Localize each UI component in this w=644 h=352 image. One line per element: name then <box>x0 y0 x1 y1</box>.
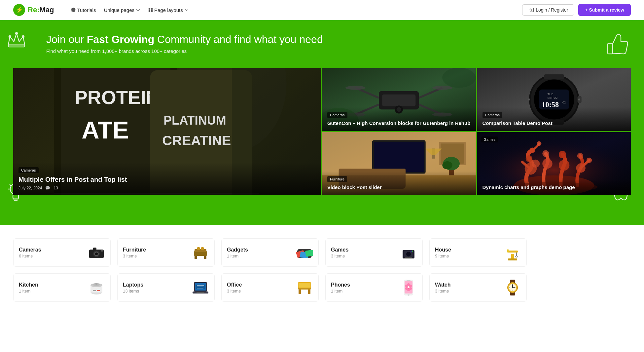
svg-text:PLATINUM: PLATINUM <box>163 113 226 127</box>
gear-icon <box>71 8 76 12</box>
logo-icon: ⚡ <box>13 4 25 16</box>
post-furniture-overlay: Furniture Video block Post slider <box>322 171 476 195</box>
hero-heading: Join our Fast Growing Community and find… <box>46 33 598 46</box>
nav-tutorials[interactable]: Tutorials <box>71 7 96 13</box>
svg-rect-36 <box>382 95 415 106</box>
submit-review-button[interactable]: + Submit a review <box>578 4 631 16</box>
svg-rect-116 <box>305 250 313 257</box>
svg-rect-1 <box>151 8 153 10</box>
logo[interactable]: ⚡ Re:Mag <box>13 4 54 16</box>
svg-point-123 <box>411 251 412 252</box>
nav-unique-pages[interactable]: Unique pages <box>104 7 140 13</box>
svg-rect-8 <box>608 43 613 54</box>
svg-point-159 <box>409 287 412 290</box>
svg-rect-143 <box>197 285 204 286</box>
cat-house[interactable]: House 9 items <box>429 238 527 267</box>
cat-kitchen-icon <box>88 279 105 296</box>
post-main-title: Multiple Offers in Post and Top list <box>18 175 315 184</box>
thumbs-up-icon <box>604 30 631 62</box>
cat-house-count: 9 items <box>435 254 451 258</box>
post-main-meta: July 22, 2024 💬 13 <box>18 186 315 190</box>
svg-rect-2 <box>149 10 150 12</box>
svg-point-170 <box>512 284 513 285</box>
post-drone-overlay: Cameras GutenCon – High Conversion block… <box>322 107 476 131</box>
svg-rect-162 <box>407 280 411 281</box>
logo-mag: Mag <box>39 6 54 14</box>
cat-games[interactable]: Games 3 items <box>325 238 423 267</box>
login-label: Login / Register <box>536 7 568 13</box>
hero-divider <box>46 60 99 61</box>
post-watch[interactable]: TUE SEP 22 10:58 02 Cameras Comparison <box>477 68 631 131</box>
cat-watch-count: 3 items <box>435 289 450 293</box>
nav-page-layouts[interactable]: Page layouts <box>148 7 189 13</box>
post-main-date: July 22, 2024 <box>18 186 42 190</box>
svg-rect-141 <box>197 292 204 293</box>
svg-rect-136 <box>93 290 96 291</box>
post-main-category: Cameras <box>18 167 39 173</box>
svg-point-158 <box>405 287 408 290</box>
svg-point-156 <box>405 285 408 287</box>
svg-text:02: 02 <box>562 101 566 104</box>
cat-gadgets[interactable]: Gadgets 1 item <box>221 238 319 267</box>
cat-office[interactable]: Office 3 items <box>221 273 319 302</box>
hero-section: Join our Fast Growing Community and find… <box>0 20 644 225</box>
svg-rect-101 <box>194 251 207 256</box>
svg-rect-100 <box>101 250 103 252</box>
svg-point-93 <box>586 158 591 163</box>
svg-text:SEP 22: SEP 22 <box>547 96 557 99</box>
svg-point-48 <box>442 68 476 88</box>
chevron-down-icon <box>136 8 140 12</box>
svg-rect-63 <box>544 74 564 79</box>
cat-laptops-count: 13 items <box>123 289 143 293</box>
post-watch-title: Comparison Table Demo Post <box>483 120 626 127</box>
cat-kitchen[interactable]: Kitchen 1 item <box>13 273 111 302</box>
hero-text: Join our Fast Growing Community and find… <box>13 33 631 54</box>
svg-rect-130 <box>508 258 517 260</box>
cat-phones-info: Phones 1 item <box>331 282 350 293</box>
cat-phones[interactable]: Phones 1 item <box>325 273 423 302</box>
cat-games-info: Games 3 items <box>331 247 348 258</box>
svg-rect-102 <box>195 249 206 252</box>
svg-point-172 <box>509 287 510 288</box>
nav-tutorials-label: Tutorials <box>77 7 96 13</box>
cat-watch[interactable]: Watch 3 items <box>429 273 527 302</box>
svg-rect-147 <box>299 290 301 294</box>
cat-laptops[interactable]: Laptops 13 items <box>117 273 215 302</box>
submit-label: + Submit a review <box>585 7 624 13</box>
svg-point-91 <box>577 153 583 159</box>
cat-cameras-name: Cameras <box>19 247 41 253</box>
logo-text: Re:Mag <box>28 6 54 14</box>
svg-rect-69 <box>374 142 424 172</box>
login-icon <box>528 7 534 13</box>
hero-heading-end: Community and find what you need <box>154 33 323 45</box>
cat-furniture-count: 3 items <box>123 254 146 258</box>
svg-text:TUE: TUE <box>547 93 553 96</box>
svg-rect-148 <box>308 290 310 294</box>
post-main-overlay: Cameras Multiple Offers in Post and Top … <box>13 162 321 195</box>
svg-point-119 <box>406 252 411 256</box>
post-drone[interactable]: Cameras GutenCon – High Conversion block… <box>322 68 476 131</box>
cat-kitchen-count: 1 item <box>19 289 38 293</box>
post-furniture[interactable]: Furniture Video block Post slider <box>322 132 476 195</box>
cat-cameras[interactable]: Cameras 6 items <box>13 238 111 267</box>
cat-kitchen-name: Kitchen <box>19 282 38 288</box>
post-games[interactable]: Games Dynamic charts and graphs demo pag… <box>477 132 631 195</box>
svg-rect-150 <box>299 283 310 288</box>
svg-rect-106 <box>201 247 204 250</box>
post-games-title: Dynamic charts and graphs demo page <box>483 184 626 191</box>
svg-point-92 <box>537 141 541 146</box>
cat-laptops-icon <box>192 279 209 296</box>
cat-furniture[interactable]: Furniture 3 items <box>117 238 215 267</box>
svg-rect-104 <box>204 256 206 259</box>
svg-point-173 <box>516 287 516 288</box>
cat-laptops-info: Laptops 13 items <box>123 282 143 293</box>
svg-rect-3 <box>151 10 153 12</box>
svg-rect-0 <box>149 8 150 10</box>
post-main[interactable]: PROTEIN ATE PLATINUM CREATINE Cameras Mu… <box>13 68 321 195</box>
svg-rect-137 <box>97 290 100 291</box>
cat-games-icon <box>400 244 417 261</box>
svg-point-135 <box>95 283 97 285</box>
post-watch-category: Cameras <box>483 112 503 118</box>
cat-house-icon <box>504 244 521 261</box>
login-button[interactable]: Login / Register <box>522 4 574 16</box>
